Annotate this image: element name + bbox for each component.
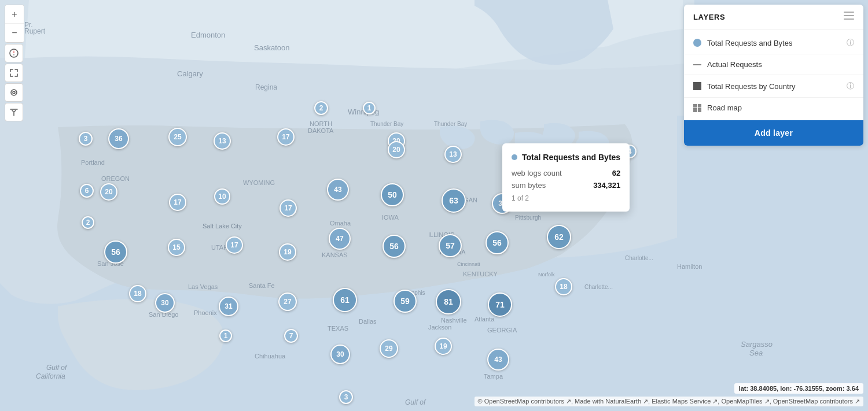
cluster-c16[interactable]: 43 bbox=[327, 179, 349, 201]
layer-item-total-requests-country[interactable]: Total Requests by Country ⓘ bbox=[684, 75, 863, 98]
svg-text:Santa Fe: Santa Fe bbox=[249, 282, 275, 289]
svg-text:Thunder Bay: Thunder Bay bbox=[434, 121, 467, 127]
cluster-c24[interactable]: 19 bbox=[279, 243, 296, 261]
svg-text:Regina: Regina bbox=[255, 83, 277, 91]
svg-text:Las Vegas: Las Vegas bbox=[188, 283, 218, 290]
cluster-c21[interactable]: 2 bbox=[82, 216, 94, 229]
svg-text:Gulf of: Gulf of bbox=[405, 398, 426, 406]
cluster-c37[interactable]: 81 bbox=[436, 289, 461, 314]
layers-menu-icon[interactable] bbox=[844, 12, 854, 22]
cluster-c45[interactable]: 43 bbox=[487, 349, 509, 371]
svg-text:Nashville: Nashville bbox=[441, 317, 467, 324]
svg-text:Calgary: Calgary bbox=[177, 69, 203, 78]
layers-list: Total Requests and Bytes ⓘ Actual Reques… bbox=[684, 29, 863, 120]
cluster-c3[interactable]: 1 bbox=[363, 102, 376, 114]
layer-icon-circle bbox=[693, 39, 701, 47]
add-layer-button[interactable]: Add layer bbox=[684, 120, 863, 146]
cluster-c17[interactable]: 50 bbox=[381, 183, 404, 206]
cluster-c7[interactable]: 17 bbox=[277, 128, 295, 146]
tooltip-row-count: web logs count 62 bbox=[512, 169, 620, 177]
svg-text:DAKOTA: DAKOTA bbox=[308, 127, 334, 134]
cluster-c10[interactable]: 13 bbox=[444, 146, 462, 163]
tooltip-row-bytes: sum bytes 334,321 bbox=[512, 181, 620, 190]
cluster-c36[interactable]: 59 bbox=[393, 290, 417, 313]
cluster-c29[interactable]: 62 bbox=[547, 225, 571, 249]
cluster-c44[interactable]: 19 bbox=[435, 338, 452, 355]
svg-rect-57 bbox=[844, 18, 854, 20]
cluster-c18[interactable]: 17 bbox=[279, 199, 297, 217]
map-container[interactable]: Edmonton Pr. Rupert Saskatoon Calgary Re… bbox=[0, 0, 868, 411]
cluster-c5[interactable]: 25 bbox=[168, 128, 187, 146]
layer-name-total-requests-bytes: Total Requests and Bytes bbox=[707, 39, 841, 47]
svg-text:Gulf of: Gulf of bbox=[46, 364, 68, 372]
svg-text:Portland: Portland bbox=[81, 159, 105, 166]
cluster-c2[interactable]: 2 bbox=[314, 101, 328, 115]
filter-button[interactable] bbox=[5, 103, 23, 121]
map-attribution: © OpenStreetMap contributors ↗, Made wit… bbox=[475, 397, 863, 406]
cluster-c41[interactable]: 7 bbox=[284, 329, 298, 343]
tooltip-value-count: 62 bbox=[612, 169, 620, 177]
svg-text:KENTUCKY: KENTUCKY bbox=[463, 271, 498, 277]
layer-icon-grid bbox=[693, 104, 701, 112]
cluster-c23[interactable]: 17 bbox=[226, 236, 243, 254]
cluster-c26[interactable]: 56 bbox=[382, 235, 406, 258]
cluster-c25[interactable]: 47 bbox=[329, 228, 351, 250]
svg-rect-56 bbox=[844, 15, 854, 16]
tooltip-label-bytes: sum bytes bbox=[512, 181, 546, 190]
cluster-c31[interactable]: 18 bbox=[129, 285, 146, 302]
zoom-in-button[interactable]: + bbox=[5, 5, 24, 24]
svg-point-53 bbox=[11, 90, 17, 95]
draw-button[interactable] bbox=[5, 83, 23, 102]
cluster-c15[interactable]: 10 bbox=[214, 188, 230, 205]
cluster-c34[interactable]: 27 bbox=[278, 292, 297, 311]
cluster-c42[interactable]: 30 bbox=[330, 345, 350, 364]
cluster-c32[interactable]: 30 bbox=[155, 293, 175, 313]
svg-text:Atlanta: Atlanta bbox=[475, 316, 495, 323]
tooltip-dot bbox=[512, 154, 517, 160]
svg-text:OREGON: OREGON bbox=[101, 175, 130, 182]
svg-text:WYOMING: WYOMING bbox=[243, 179, 275, 186]
cluster-c28[interactable]: 56 bbox=[486, 231, 509, 254]
cluster-c43[interactable]: 29 bbox=[380, 339, 398, 358]
svg-text:Cincinnati: Cincinnati bbox=[457, 261, 480, 267]
cluster-c33[interactable]: 31 bbox=[219, 297, 238, 316]
compass-button[interactable] bbox=[5, 44, 23, 62]
layer-icon-square bbox=[693, 82, 701, 90]
cluster-c30[interactable]: 56 bbox=[104, 240, 127, 264]
cluster-c35[interactable]: 61 bbox=[333, 288, 357, 312]
layer-item-total-requests-bytes[interactable]: Total Requests and Bytes ⓘ bbox=[684, 32, 863, 54]
layers-panel: LAYERS Total Requests and Bytes ⓘ bbox=[684, 5, 863, 146]
cluster-c4[interactable]: 3 bbox=[79, 132, 93, 146]
svg-text:Sea: Sea bbox=[749, 349, 763, 357]
layer-item-actual-requests[interactable]: Actual Requests bbox=[684, 54, 863, 75]
info-icon-total-requests-country[interactable]: ⓘ bbox=[847, 81, 854, 91]
info-icon-total-requests-bytes[interactable]: ⓘ bbox=[847, 38, 854, 48]
tooltip-label-count: web logs count bbox=[512, 169, 562, 177]
cluster-c46[interactable]: 3 bbox=[339, 390, 353, 404]
svg-text:TEXAS: TEXAS bbox=[328, 325, 348, 332]
cluster-c40[interactable]: 1 bbox=[219, 329, 232, 342]
svg-text:Salt Lake City: Salt Lake City bbox=[203, 223, 242, 229]
tooltip-pagination: 1 of 2 bbox=[512, 194, 620, 202]
cluster-c12[interactable]: 6 bbox=[80, 184, 94, 198]
cluster-c27[interactable]: 57 bbox=[439, 234, 462, 257]
svg-text:GEORGIA: GEORGIA bbox=[487, 327, 517, 334]
cluster-c14[interactable]: 17 bbox=[169, 194, 186, 211]
layer-item-road-map[interactable]: Road map bbox=[684, 98, 863, 118]
zoom-label: zoom: 3.64 bbox=[826, 385, 859, 392]
zoom-out-button[interactable]: − bbox=[5, 24, 24, 42]
cluster-c19[interactable]: 63 bbox=[442, 188, 466, 213]
cluster-c6[interactable]: 13 bbox=[214, 132, 231, 150]
svg-text:Norfolk: Norfolk bbox=[538, 272, 555, 277]
cluster-c22[interactable]: 15 bbox=[168, 239, 185, 256]
cluster-c38[interactable]: 71 bbox=[488, 292, 512, 317]
cluster-c9[interactable]: 20 bbox=[388, 141, 405, 158]
svg-text:Thunder Bay: Thunder Bay bbox=[370, 121, 403, 127]
zoom-controls: + − bbox=[5, 5, 24, 43]
cluster-c1[interactable]: 36 bbox=[108, 128, 129, 149]
fullscreen-button[interactable] bbox=[5, 64, 23, 82]
tooltip-header: Total Requests and Bytes bbox=[512, 153, 620, 162]
cluster-c39[interactable]: 18 bbox=[555, 278, 572, 295]
cluster-c13[interactable]: 20 bbox=[100, 183, 117, 201]
tooltip-popup: Total Requests and Bytes web logs count … bbox=[502, 143, 630, 212]
